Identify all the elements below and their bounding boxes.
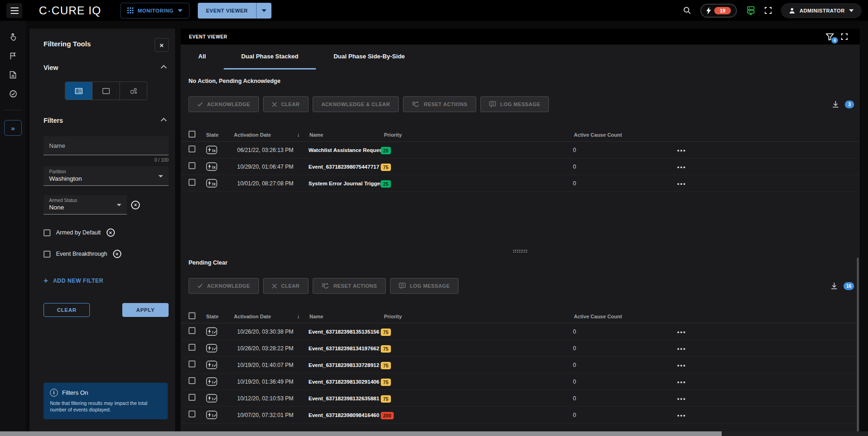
reset-actions-button[interactable]: RESET ACTIONS [403, 96, 476, 112]
chevron-up-icon[interactable] [161, 118, 167, 124]
column-header-priority[interactable]: Priority [381, 314, 571, 319]
search-icon[interactable] [683, 6, 691, 14]
sort-descending-icon[interactable]: ↓ [297, 132, 306, 138]
clear-button[interactable]: CLEAR [263, 278, 308, 294]
expand-rail-button[interactable]: » [4, 120, 22, 136]
chevron-down-icon [262, 9, 266, 12]
armed-by-default-checkbox[interactable] [44, 229, 50, 236]
remove-armed-by-default-filter-icon[interactable]: × [107, 228, 115, 237]
select-all-checkbox[interactable] [189, 312, 195, 319]
sort-descending-icon[interactable]: ↓ [297, 313, 306, 320]
chevron-up-icon[interactable] [161, 65, 167, 71]
more-options-icon[interactable]: ••• [677, 362, 686, 369]
row-checkbox[interactable] [189, 411, 195, 417]
horizontal-scrollbar[interactable] [0, 431, 868, 436]
more-options-icon[interactable]: ••• [677, 329, 686, 335]
event-viewer-button[interactable]: EVENT VIEWER [198, 3, 256, 19]
log-message-button[interactable]: LOG MESSAGE [390, 278, 459, 294]
armed-status-select[interactable]: Armed Status None [44, 195, 127, 215]
column-header-activation-date[interactable]: Activation Date↓ [232, 313, 306, 320]
vertical-scrollbar-thumb[interactable] [857, 258, 859, 435]
column-header-priority[interactable]: Priority [381, 132, 571, 138]
close-icon[interactable]: × [155, 38, 169, 52]
row-checkbox[interactable] [189, 360, 195, 367]
more-options-icon[interactable]: ••• [677, 180, 686, 187]
row-checkbox[interactable] [189, 145, 195, 152]
tab-all[interactable]: All [181, 44, 224, 70]
add-new-filter-button[interactable]: + ADD NEW FILTER [44, 277, 103, 284]
more-options-icon[interactable]: ••• [677, 164, 686, 171]
partition-select[interactable]: Partition Washington [44, 166, 169, 186]
event-viewer-caret-button[interactable] [256, 3, 271, 19]
column-header-state[interactable]: State [203, 314, 232, 319]
server-status-icon[interactable] [746, 6, 755, 15]
armed-status-label: Armed Status [49, 198, 121, 203]
monitoring-menu-button[interactable]: MONITORING [120, 3, 189, 19]
clear-filters-button[interactable]: CLEAR [44, 303, 90, 317]
table-row[interactable]: !x06/21/22, 03:26:13 PMWatchlist Assista… [181, 142, 860, 158]
column-header-label: Activation Date [234, 132, 271, 138]
clear-button[interactable]: CLEAR [263, 96, 308, 112]
filter-count-badge: 4 [831, 37, 838, 44]
acknowledge-clear-button[interactable]: ACKNOWLEDGE & CLEAR [313, 96, 399, 112]
row-checkbox[interactable] [189, 394, 195, 401]
more-options-icon[interactable]: ••• [677, 147, 686, 154]
row-checkbox[interactable] [189, 327, 195, 334]
download-icon[interactable] [832, 101, 839, 108]
log-message-button[interactable]: LOG MESSAGE [480, 96, 549, 112]
column-header-active-cause-count[interactable]: Active Cause Count [571, 132, 677, 138]
table-row[interactable]: !✓10/12/20, 02:10:53 PMEvent_63718239813… [181, 390, 860, 407]
remove-event-breakthrough-filter-icon[interactable]: × [113, 250, 121, 258]
row-checkbox[interactable] [189, 344, 195, 351]
card-view-button[interactable] [93, 82, 120, 100]
filter-funnel-icon[interactable]: 4 [826, 33, 834, 40]
table-row[interactable]: !x10/01/20, 08:27:08 PMSystem Error Jour… [181, 175, 860, 192]
flag-icon[interactable] [6, 49, 19, 62]
check-circle-icon[interactable] [6, 87, 19, 100]
more-options-icon[interactable]: ••• [677, 395, 686, 402]
remove-armed-status-filter-icon[interactable]: × [131, 201, 140, 209]
document-icon[interactable] [6, 68, 19, 81]
event-viewer-split-button: EVENT VIEWER [198, 3, 271, 19]
table-row[interactable]: !✓10/26/20, 03:30:38 PMEvent_63718239813… [181, 323, 860, 340]
download-icon[interactable] [830, 282, 838, 290]
cluster-view-button[interactable] [120, 82, 147, 100]
expand-panel-icon[interactable] [841, 33, 848, 40]
table-row[interactable]: !✓10/19/20, 01:40:07 PMEvent_63718239813… [181, 357, 860, 373]
row-checkbox[interactable] [189, 179, 195, 186]
horizontal-scrollbar-thumb[interactable] [0, 431, 722, 436]
column-header-activation-date[interactable]: Activation Date↓ [232, 132, 306, 138]
hamburger-menu-icon[interactable] [6, 3, 22, 18]
select-all-checkbox[interactable] [189, 131, 195, 138]
button-label: ACKNOWLEDGE & CLEAR [321, 101, 390, 107]
acknowledge-button[interactable]: ACKNOWLEDGE [189, 96, 259, 112]
reset-actions-button[interactable]: RESET ACTIONS [313, 278, 386, 294]
manual-action-icon[interactable] [6, 30, 19, 43]
column-header-state[interactable]: State [203, 132, 232, 138]
activation-date-cell: 10/26/20, 03:28:22 PM [232, 345, 306, 352]
event-breakthrough-checkbox[interactable] [44, 251, 50, 258]
panes-splitter-handle[interactable] [181, 248, 860, 254]
more-options-icon[interactable]: ••• [677, 412, 686, 419]
alarm-check-state-icon: !✓ [203, 360, 232, 369]
table-row[interactable]: !✓10/19/20, 01:36:49 PMEvent_63718239813… [181, 373, 860, 390]
fullscreen-icon[interactable] [765, 7, 772, 14]
user-menu-button[interactable]: ADMINISTRATOR [781, 3, 862, 18]
column-header-name[interactable]: Name [306, 314, 381, 319]
tab-dual-phase-side-by-side[interactable]: Dual Phase Side-By-Side [316, 44, 422, 70]
table-row[interactable]: !✓10/07/20, 07:32:01 PMEvent_63718239809… [181, 407, 860, 423]
more-options-icon[interactable]: ••• [677, 345, 686, 352]
table-row[interactable]: !x10/29/20, 01:06:47 PMEvent_63718239807… [181, 158, 860, 175]
row-checkbox[interactable] [189, 377, 195, 384]
tab-dual-phase-stacked[interactable]: Dual Phase Stacked [224, 44, 316, 70]
apply-filters-button[interactable]: APPLY [122, 303, 169, 317]
alarm-notifications-button[interactable]: 19 [700, 4, 737, 18]
name-filter-input[interactable] [44, 136, 169, 155]
column-header-name[interactable]: Name [306, 132, 381, 138]
list-view-button[interactable] [65, 82, 93, 100]
column-header-active-cause-count[interactable]: Active Cause Count [571, 314, 677, 319]
acknowledge-button[interactable]: ACKNOWLEDGE [189, 278, 259, 294]
more-options-icon[interactable]: ••• [677, 379, 686, 385]
table-row[interactable]: !✓10/26/20, 03:28:22 PMEvent_63718239813… [181, 340, 860, 357]
row-checkbox[interactable] [189, 162, 195, 169]
